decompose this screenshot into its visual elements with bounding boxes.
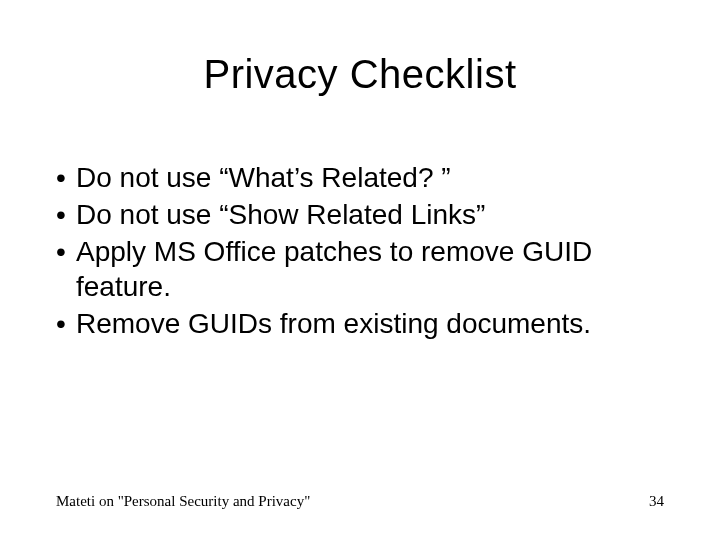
page-number: 34 [649, 493, 664, 510]
bullet-text: Remove GUIDs from existing documents. [76, 306, 664, 341]
bullet-icon [56, 306, 76, 341]
list-item: Remove GUIDs from existing documents. [56, 306, 664, 341]
list-item: Do not use “What’s Related? ” [56, 160, 664, 195]
slide-footer: Mateti on "Personal Security and Privacy… [56, 493, 664, 510]
list-item: Do not use “Show Related Links” [56, 197, 664, 232]
slide: Privacy Checklist Do not use “What’s Rel… [0, 0, 720, 540]
bullet-list: Do not use “What’s Related? ” Do not use… [56, 160, 664, 343]
bullet-text: Do not use “What’s Related? ” [76, 160, 664, 195]
list-item: Apply MS Office patches to remove GUID f… [56, 234, 664, 304]
bullet-text: Do not use “Show Related Links” [76, 197, 664, 232]
bullet-icon [56, 197, 76, 232]
footer-source: Mateti on "Personal Security and Privacy… [56, 493, 310, 510]
bullet-text: Apply MS Office patches to remove GUID f… [76, 234, 664, 304]
bullet-icon [56, 160, 76, 195]
slide-title: Privacy Checklist [0, 52, 720, 97]
bullet-icon [56, 234, 76, 269]
